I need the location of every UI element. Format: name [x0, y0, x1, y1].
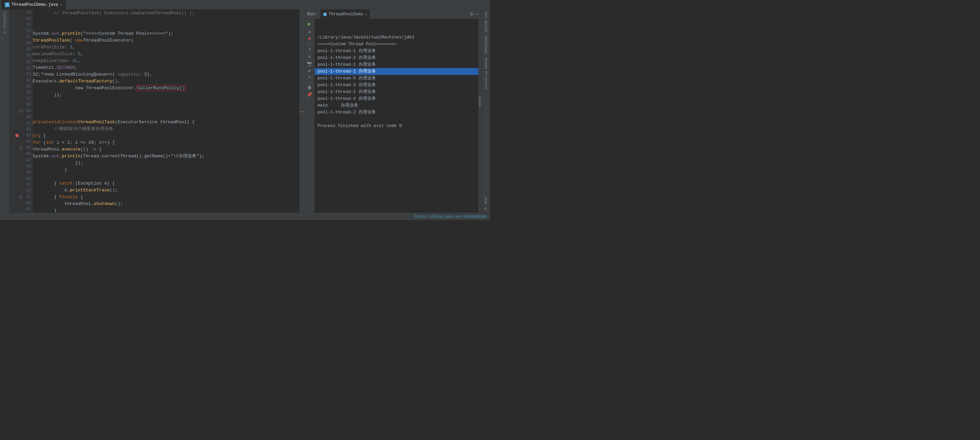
scroll-down-icon[interactable]: ⬇	[308, 54, 311, 59]
code-line: } finally {	[33, 193, 299, 200]
gutter-row: 38	[10, 102, 32, 108]
code-line: private static void threadPoolTask(Execu…	[33, 118, 299, 125]
scroll-up-icon[interactable]: ⬆	[308, 47, 311, 52]
status-bar: https://blog.csdn.net/u013288190	[0, 212, 490, 220]
pin-icon[interactable]: 📌	[307, 92, 312, 97]
gutter-row: 51	[10, 182, 32, 188]
gutter-row: −53	[10, 194, 32, 200]
output-line: pool-1-thread-2 办理业务	[318, 54, 476, 61]
database-panel[interactable]: Database	[483, 34, 488, 56]
line-number: 28	[23, 41, 31, 46]
line-number: 52	[23, 189, 31, 193]
left-sidebar: 1: Project	[0, 10, 10, 212]
code-line: try {	[33, 132, 299, 139]
output-line: pool-1-thread-1 办理业务	[318, 89, 476, 96]
code-line: maximumPoolSize: 5,	[33, 50, 299, 57]
code-line: Executors.defaultThreadFactory(),	[33, 78, 299, 84]
code-line: e.printStackTrace();	[33, 187, 299, 193]
code-line: TimeUnit.SECONDS,	[33, 64, 299, 71]
gutter-row: 55	[10, 206, 32, 212]
line-number: 34	[23, 78, 31, 83]
gutter-row: 50	[10, 176, 32, 182]
rerun-icon[interactable]: ↺	[308, 29, 311, 34]
line-numbers: 23242526272829303132333435363738−3940414…	[10, 10, 33, 212]
back-icon[interactable]: ↩	[308, 75, 311, 79]
gutter-row: 52	[10, 188, 32, 194]
maven-panel[interactable]: Maven Projects	[483, 56, 488, 91]
line-number: 46	[23, 151, 31, 156]
output-line: =====Custom Thread Pool========	[318, 41, 476, 48]
line-number: 29	[23, 47, 31, 52]
gutter-row: 47	[10, 157, 32, 163]
editor-scrollbar[interactable]	[299, 10, 304, 212]
run-sidebar-panel[interactable]: 4: Run	[483, 195, 488, 212]
camera-icon[interactable]: 📷	[307, 61, 312, 66]
line-number: 35	[23, 84, 31, 89]
run-active-tab[interactable]: J ThreadPoolDemo ✕	[321, 10, 370, 19]
gutter-row: 43	[10, 132, 32, 139]
line-number: 39	[23, 108, 31, 113]
run-tab-icon: J	[323, 13, 327, 16]
java-file-icon: J	[5, 2, 10, 7]
gutter-row: 32	[10, 65, 32, 71]
gutter-row: 42	[10, 126, 32, 132]
settings-icon[interactable]: ⚙	[470, 11, 473, 17]
run-button[interactable]: ▶	[308, 21, 311, 27]
line-number: 36	[23, 90, 31, 95]
line-number: 38	[23, 102, 31, 107]
line-number: 47	[23, 158, 31, 163]
run-tab-actions: ⚙ −	[470, 11, 479, 17]
output-line: Process finished with exit code 0	[318, 123, 476, 129]
fold-icon[interactable]: −	[19, 110, 22, 112]
code-line: // threadPoolTask( Executors.newCachedTh…	[33, 10, 299, 16]
code-line: }	[33, 166, 299, 173]
output-line: pool-1-thread-5 办理业务	[318, 75, 476, 82]
gutter-row: 30	[10, 53, 32, 59]
format-icon[interactable]: ⇄	[308, 69, 311, 73]
line-number: 33	[23, 72, 31, 77]
output-line: main 办理业务	[318, 102, 476, 109]
run-toolbar: ▶ ↺ ■ ⬆ ⬇ 📷 ⇄ ↩ 🗑 📌	[305, 19, 315, 212]
output-line: pool-1-thread-1 办理业务	[318, 61, 476, 68]
line-number: 40	[23, 115, 31, 120]
gutter-row: 54	[10, 200, 32, 206]
gutter-row: 27	[10, 34, 32, 40]
tab-label: ThreadPoolDemo.java	[11, 2, 58, 7]
breakpoint-icon	[15, 134, 19, 137]
tab-close-icon[interactable]: ✕	[60, 3, 62, 7]
gutter-row: 44	[10, 139, 32, 145]
code-line	[33, 16, 299, 23]
gutter-row: 37	[10, 96, 32, 102]
fold-icon[interactable]: −	[19, 196, 22, 199]
line-number: 41	[23, 121, 31, 126]
code-line: threadPool.shutdown();	[33, 200, 299, 207]
line-number: 25	[23, 22, 31, 27]
gutter-row: 35	[10, 83, 32, 89]
run-label: Run:	[307, 12, 317, 17]
project-panel-label[interactable]: 1: Project	[2, 10, 8, 36]
delete-icon[interactable]: 🗑	[308, 85, 312, 90]
ant-build-panel[interactable]: Ant Build	[483, 10, 488, 34]
gutter-row: 34	[10, 77, 32, 83]
code-line	[33, 105, 299, 112]
code-line	[33, 98, 299, 105]
code-editor[interactable]: // threadPoolTask( Executors.newCachedTh…	[33, 10, 299, 212]
toolbar-separator2	[306, 82, 313, 83]
code-line: keepAliveTime: 1L,	[33, 57, 299, 64]
run-panel: Run: J ThreadPoolDemo ✕ ⚙ − ▶ ↺ ■	[304, 10, 481, 212]
fold-icon[interactable]: −	[19, 147, 22, 149]
run-tab-close[interactable]: ✕	[365, 12, 367, 16]
stop-icon[interactable]: ■	[308, 37, 311, 41]
run-tab-bar: Run: J ThreadPoolDemo ✕ ⚙ −	[305, 10, 481, 19]
code-line: });	[33, 159, 299, 166]
line-number: 42	[23, 127, 31, 132]
output-line: pool-1-thread-1 办理业务	[318, 48, 476, 54]
gutter-row: 24	[10, 16, 32, 22]
code-line: threadPoolTask( new ThreadPoolExecutor(	[33, 37, 299, 44]
right-sidebar: Ant Build Database Maven Projects 4: Run	[481, 10, 490, 212]
tab-threadpooldemo[interactable]: J ThreadPoolDemo.java ✕	[2, 0, 66, 10]
line-number: 51	[23, 183, 31, 187]
gutter-row: −45	[10, 145, 32, 151]
run-scrollbar[interactable]	[479, 19, 481, 212]
minimize-icon[interactable]: −	[476, 11, 479, 17]
